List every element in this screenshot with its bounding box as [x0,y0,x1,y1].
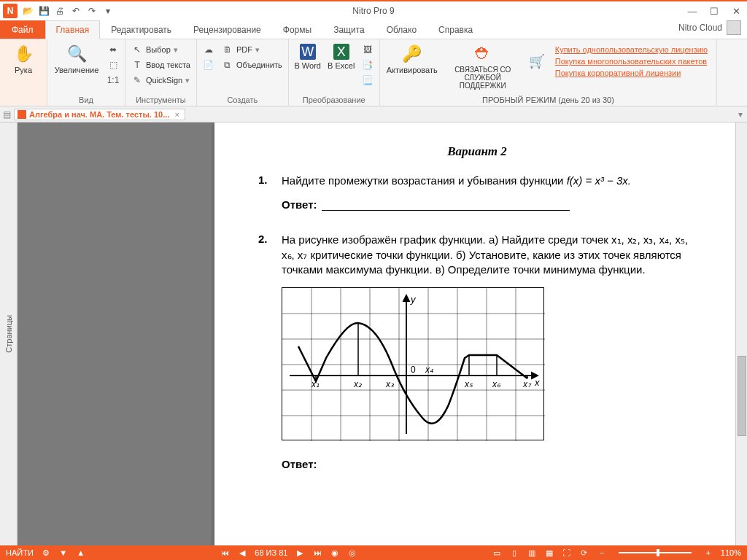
window-title: Nitro Pro 9 [352,6,394,16]
tab-list-icon[interactable]: ▤ [3,109,11,120]
svg-text:x₂: x₂ [353,379,363,389]
view-single-icon[interactable]: ▭ [492,548,502,558]
qat-dropdown-icon[interactable]: ▾ [102,5,114,17]
word-icon: W [300,44,316,60]
cart-button[interactable]: 🛒 [525,41,549,82]
save-icon[interactable]: 💾 [38,5,50,17]
minimize-button[interactable]: — [681,1,703,20]
actual-size-icon: 1:1 [107,74,119,86]
back-icon[interactable]: ◉ [330,548,340,558]
buy-multi-link[interactable]: Покупка многопользовательских пакетов [555,57,708,66]
scrollbar-thumb[interactable] [738,356,746,436]
svg-text:x: x [534,377,540,388]
file-tab[interactable]: Файл [0,20,45,39]
settings-icon[interactable]: ⚙ [41,548,51,558]
hand-tool-button[interactable]: ✋ Рука [3,41,44,77]
combine-button[interactable]: ⧉Объединить [219,58,285,72]
tab-overflow-icon[interactable]: ▾ [738,109,743,120]
from-file-button[interactable]: 📄 [200,58,217,72]
tab-close-button[interactable]: × [172,110,181,119]
view-continuous-icon[interactable]: ▯ [509,548,519,558]
view-facing-icon[interactable]: ▥ [527,548,537,558]
view-fullscreen-icon[interactable]: ⛶ [562,548,572,558]
tab-cloud[interactable]: Облако [376,20,427,39]
q1-text: Найдите промежутки возрастания и убывани… [282,174,696,188]
to-image-button[interactable]: 🖼 [359,42,376,57]
quick-access-toolbar: N 📂 💾 🖨 ↶ ↷ ▾ [0,4,114,18]
zoom-thumb[interactable] [657,549,659,556]
tab-protect[interactable]: Защита [322,20,376,39]
close-button[interactable]: ✕ [725,1,747,20]
svg-text:0: 0 [411,365,416,375]
group-view-label: Вид [50,94,122,106]
tab-home[interactable]: Главная [45,20,101,39]
to-rtf-button[interactable]: 📃 [359,73,376,88]
pdf-button[interactable]: 🗎PDF▾ [219,42,285,57]
open-icon[interactable]: 📂 [22,5,34,17]
fit-width-button[interactable]: ⬌ [104,42,122,57]
pages-panel-tab[interactable]: Страницы [0,122,18,545]
zoom-slider[interactable] [619,552,692,553]
tab-help[interactable]: Справка [427,20,484,39]
pdf-icon: 🗎 [222,44,233,55]
combine-icon: ⧉ [222,59,233,71]
file-icon: 📄 [203,59,214,71]
first-page-icon[interactable]: ⏮ [220,548,230,558]
vertical-scrollbar[interactable] [735,122,747,545]
type-text-button[interactable]: ᎢВвод текста [128,58,193,72]
title-bar: N 📂 💾 🖨 ↶ ↷ ▾ Nitro Pro 9 — ☐ ✕ [0,0,747,20]
redo-icon[interactable]: ↷ [86,5,98,17]
q2-answer: Ответ: [282,458,696,470]
to-excel-button[interactable]: X В Excel [325,41,357,73]
document-tab[interactable]: Алгебра и нач. МА. Тем. тесты. 10... × [14,109,185,120]
document-area[interactable]: Вариант 2 1. Найдите промежутки возраста… [18,122,747,545]
undo-icon[interactable]: ↶ [70,5,82,17]
from-cloud-button[interactable]: ☁ [200,42,217,57]
view-facing-cont-icon[interactable]: ▦ [544,548,554,558]
nav-down-icon[interactable]: ▼ [58,548,69,558]
forward-icon[interactable]: ◎ [347,548,357,558]
cloud-label: Nitro Cloud [678,23,722,33]
zoom-button[interactable]: 🔍 Увеличение [50,41,103,77]
find-label[interactable]: НАЙТИ [6,548,34,557]
tab-forms[interactable]: Формы [272,20,322,39]
activate-button[interactable]: 🔑 Активировать [383,41,441,77]
variant-title: Вариант 2 [258,144,696,159]
print-icon[interactable]: 🖨 [54,5,66,17]
ribbon: ✋ Рука 🔍 Увеличение ⬌ ⬚ 1:1 Вид ↖Выбор▾ … [0,39,747,106]
hand-icon: ✋ [13,44,34,64]
select-button[interactable]: ↖Выбор▾ [128,42,193,57]
lifebuoy-icon: ⛑ [473,44,493,64]
app-icon: N [3,4,18,18]
tab-review[interactable]: Рецензирование [182,20,272,39]
cloud-icon: ☁ [203,44,214,55]
quicksign-button[interactable]: ✎QuickSign▾ [128,73,193,88]
document-tab-title: Алгебра и нач. МА. Тем. тесты. 10... [29,110,169,119]
buy-single-link[interactable]: Купить однопользовательскую лицензию [555,45,708,54]
page-indicator: 68 ИЗ 81 [255,548,287,557]
svg-text:x₅: x₅ [464,379,473,389]
q2-number: 2. [258,233,271,277]
rotate-icon[interactable]: ⟳ [579,548,589,558]
fit-width-icon: ⬌ [107,44,119,55]
zoom-in-icon[interactable]: + [703,548,713,558]
group-create-label: Создать [200,94,285,106]
actual-size-button[interactable]: 1:1 [104,73,122,88]
prev-page-icon[interactable]: ◀ [237,548,247,558]
zoom-level[interactable]: 110% [721,548,741,557]
to-other-button[interactable]: 📑 [359,58,376,72]
tab-edit[interactable]: Редактировать [100,20,182,39]
sign-icon: ✎ [131,74,143,86]
next-page-icon[interactable]: ▶ [295,548,305,558]
nav-up-icon[interactable]: ▲ [76,548,86,558]
support-button[interactable]: ⛑ СВЯЗАТЬСЯ СО СЛУЖБОЙ ПОДДЕРЖКИ [443,41,523,93]
svg-text:x₄: x₄ [425,365,433,375]
last-page-icon[interactable]: ⏭ [312,548,322,558]
nitro-cloud-link[interactable]: Nitro Cloud [678,20,741,35]
ribbon-tabs: Файл Главная Редактировать Рецензировани… [0,20,747,39]
zoom-out-icon[interactable]: − [597,548,607,558]
maximize-button[interactable]: ☐ [703,1,725,20]
to-word-button[interactable]: W В Word [292,41,324,73]
buy-corp-link[interactable]: Покупка корпоративной лицензии [555,69,708,77]
fit-page-button[interactable]: ⬚ [104,58,122,72]
